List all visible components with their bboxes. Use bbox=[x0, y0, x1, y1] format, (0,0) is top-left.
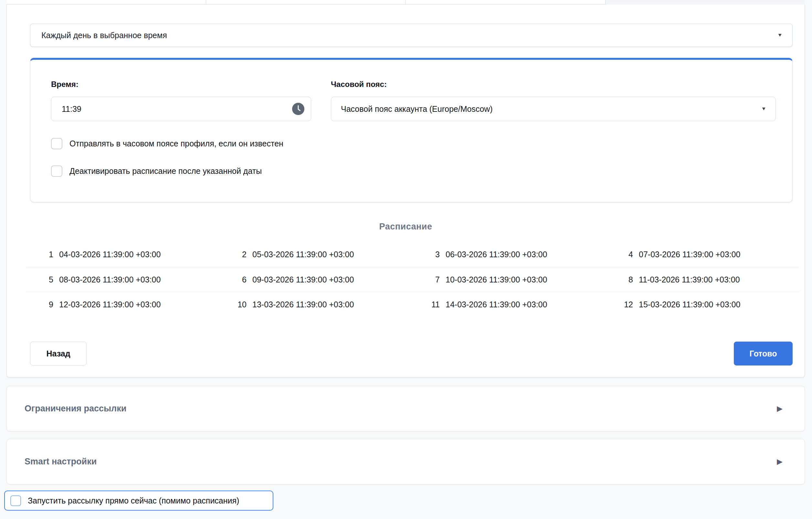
chevron-down-icon: ▼ bbox=[777, 33, 783, 38]
clock-icon[interactable] bbox=[292, 103, 304, 115]
entry-datetime: 07-03-2026 11:39:00 +03:00 bbox=[639, 250, 740, 259]
run-now-checkbox[interactable] bbox=[10, 495, 21, 506]
schedule-table: 1 04-03-2026 11:39:00 +03:00 2 05-03-202… bbox=[26, 242, 799, 317]
schedule-entry: 5 08-03-2026 11:39:00 +03:00 bbox=[26, 267, 220, 292]
schedule-entry: 2 05-03-2026 11:39:00 +03:00 bbox=[220, 242, 413, 267]
timezone-label: Часовой пояс: bbox=[331, 80, 387, 89]
schedule-row: 1 04-03-2026 11:39:00 +03:00 2 05-03-202… bbox=[26, 242, 799, 267]
schedule-settings-page: Каждый день в выбранное время ▼ Время: Ч… bbox=[0, 0, 812, 519]
timezone-value: Часовой пояс аккаунта (Europe/Moscow) bbox=[341, 105, 493, 114]
entry-number: 7 bbox=[413, 275, 440, 284]
tab-segment-2[interactable] bbox=[206, 0, 406, 4]
schedule-entry: 10 13-03-2026 11:39:00 +03:00 bbox=[220, 292, 413, 317]
entry-number: 9 bbox=[26, 300, 53, 309]
section-title: Ограничения рассылки bbox=[25, 404, 126, 414]
schedule-type-select[interactable]: Каждый день в выбранное время ▼ bbox=[30, 24, 793, 47]
schedule-entry: 3 06-03-2026 11:39:00 +03:00 bbox=[413, 242, 606, 267]
section-title: Smart настройки bbox=[25, 457, 97, 467]
schedule-entry: 8 11-03-2026 11:39:00 +03:00 bbox=[606, 267, 799, 292]
profile-timezone-checkbox-label: Отправлять в часовом поясе профиля, если… bbox=[69, 139, 283, 148]
entry-number: 5 bbox=[26, 275, 53, 284]
chevron-right-icon: ▶ bbox=[777, 404, 783, 413]
chevron-down-icon: ▼ bbox=[761, 106, 766, 112]
entry-datetime: 08-03-2026 11:39:00 +03:00 bbox=[59, 275, 161, 284]
timezone-select[interactable]: Часовой пояс аккаунта (Europe/Moscow) ▼ bbox=[331, 97, 776, 121]
time-value: 11:39 bbox=[62, 105, 81, 114]
profile-timezone-checkbox-row[interactable]: Отправлять в часовом поясе профиля, если… bbox=[51, 138, 283, 149]
entry-datetime: 12-03-2026 11:39:00 +03:00 bbox=[59, 300, 161, 309]
schedule-row: 5 08-03-2026 11:39:00 +03:00 6 09-03-202… bbox=[26, 267, 799, 292]
entry-datetime: 15-03-2026 11:39:00 +03:00 bbox=[639, 300, 740, 309]
schedule-entry: 4 07-03-2026 11:39:00 +03:00 bbox=[606, 242, 799, 267]
run-now-checkbox-label: Запустить рассылку прямо сейчас (помимо … bbox=[28, 496, 239, 506]
entry-number: 11 bbox=[413, 300, 440, 309]
schedule-entry: 7 10-03-2026 11:39:00 +03:00 bbox=[413, 267, 606, 292]
profile-timezone-checkbox[interactable] bbox=[51, 138, 62, 149]
back-button[interactable]: Назад bbox=[30, 342, 87, 366]
entry-number: 4 bbox=[606, 250, 633, 259]
tab-segment-3[interactable] bbox=[406, 0, 606, 4]
entry-number: 6 bbox=[220, 275, 246, 284]
entry-number: 2 bbox=[220, 250, 246, 259]
entry-datetime: 14-03-2026 11:39:00 +03:00 bbox=[445, 300, 547, 309]
top-tab-strip bbox=[6, 0, 805, 4]
schedule-entry: 1 04-03-2026 11:39:00 +03:00 bbox=[26, 242, 220, 267]
chevron-right-icon: ▶ bbox=[777, 457, 783, 466]
time-label: Время: bbox=[51, 80, 79, 89]
schedule-entry: 6 09-03-2026 11:39:00 +03:00 bbox=[220, 267, 413, 292]
deactivate-after-date-checkbox-row[interactable]: Деактивировать расписание после указанно… bbox=[51, 166, 262, 177]
time-settings-panel: Время: Часовой пояс: 11:39 Часовой пояс … bbox=[30, 58, 793, 202]
schedule-type-value: Каждый день в выбранное время bbox=[41, 31, 167, 40]
entry-number: 10 bbox=[220, 300, 246, 309]
tab-segment-1[interactable] bbox=[6, 0, 206, 4]
section-smart-settings[interactable]: Smart настройки ▶ bbox=[6, 439, 805, 484]
time-input[interactable]: 11:39 bbox=[51, 97, 311, 121]
done-button[interactable]: Готово bbox=[734, 342, 793, 366]
deactivate-after-date-checkbox-label: Деактивировать расписание после указанно… bbox=[69, 167, 262, 176]
entry-datetime: 13-03-2026 11:39:00 +03:00 bbox=[252, 300, 354, 309]
run-now-checkbox-row[interactable]: Запустить рассылку прямо сейчас (помимо … bbox=[4, 491, 273, 511]
entry-datetime: 09-03-2026 11:39:00 +03:00 bbox=[252, 275, 354, 284]
entry-datetime: 04-03-2026 11:39:00 +03:00 bbox=[59, 250, 161, 259]
deactivate-after-date-checkbox[interactable] bbox=[51, 166, 62, 177]
entry-number: 1 bbox=[26, 250, 53, 259]
tab-segment-4[interactable] bbox=[606, 0, 805, 4]
entry-number: 12 bbox=[606, 300, 633, 309]
schedule-entry: 12 15-03-2026 11:39:00 +03:00 bbox=[606, 292, 799, 317]
entry-datetime: 06-03-2026 11:39:00 +03:00 bbox=[445, 250, 547, 259]
schedule-heading: Расписание bbox=[7, 222, 805, 232]
schedule-row: 9 12-03-2026 11:39:00 +03:00 10 13-03-20… bbox=[26, 292, 799, 317]
entry-number: 3 bbox=[413, 250, 440, 259]
entry-datetime: 11-03-2026 11:39:00 +03:00 bbox=[639, 275, 740, 284]
entry-datetime: 05-03-2026 11:39:00 +03:00 bbox=[252, 250, 354, 259]
entry-number: 8 bbox=[606, 275, 633, 284]
schedule-settings-card: Каждый день в выбранное время ▼ Время: Ч… bbox=[6, 4, 805, 377]
schedule-entry: 11 14-03-2026 11:39:00 +03:00 bbox=[413, 292, 606, 317]
entry-datetime: 10-03-2026 11:39:00 +03:00 bbox=[445, 275, 547, 284]
section-mailing-limits[interactable]: Ограничения рассылки ▶ bbox=[6, 386, 805, 431]
schedule-entry: 9 12-03-2026 11:39:00 +03:00 bbox=[26, 292, 220, 317]
